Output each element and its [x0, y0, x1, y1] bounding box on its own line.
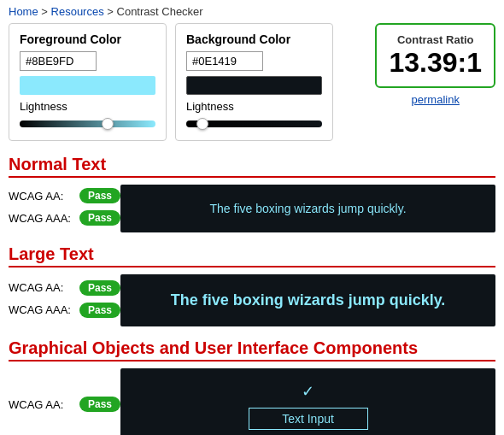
- text-input-preview[interactable]: [249, 408, 368, 430]
- contrast-ratio-box: Contrast Ratio 13.39:1: [375, 23, 495, 88]
- graphical-section: Graphical Objects and User Interface Com…: [9, 338, 495, 435]
- large-text-aa-row: WCAG AA: Pass: [9, 280, 120, 296]
- normal-text-preview: The five boxing wizards jump quickly.: [120, 185, 495, 232]
- normal-text-aa-badge: Pass: [79, 188, 120, 203]
- contrast-ratio-title: Contrast Ratio: [389, 33, 482, 46]
- normal-text-aaa-row: WCAG AAA: Pass: [9, 210, 120, 226]
- color-inputs-row: Foreground Color Lightness Background Co…: [9, 23, 495, 141]
- large-text-aa-badge: Pass: [79, 280, 120, 296]
- breadcrumb: Home > Resources > Contrast Checker: [0, 0, 504, 23]
- large-text-wcag-col: WCAG AA: Pass WCAG AAA: Pass: [9, 274, 120, 326]
- foreground-lightness-label: Lightness: [20, 100, 155, 113]
- background-hex-input[interactable]: [186, 51, 263, 71]
- graphical-preview-box: ✓: [120, 368, 495, 435]
- contrast-ratio-value: 13.39:1: [389, 48, 482, 78]
- permalink-link[interactable]: permalink: [412, 93, 460, 106]
- normal-text-aaa-label: WCAG AAA:: [9, 212, 73, 225]
- large-text-aa-label: WCAG AA:: [9, 281, 73, 294]
- large-text-preview-row: WCAG AA: Pass WCAG AAA: Pass The five bo…: [9, 274, 495, 326]
- large-text-preview-text: The five boxing wizards jump quickly.: [171, 291, 446, 309]
- background-swatch: [186, 76, 322, 95]
- large-text-aaa-label: WCAG AAA:: [9, 303, 73, 316]
- normal-text-aa-label: WCAG AA:: [9, 190, 73, 203]
- background-label: Background Color: [186, 32, 322, 46]
- large-text-section: Large Text WCAG AA: Pass WCAG AAA: Pass …: [9, 244, 495, 326]
- normal-text-preview-row: WCAG AA: Pass WCAG AAA: Pass The five bo…: [9, 185, 495, 232]
- normal-text-aaa-badge: Pass: [79, 210, 120, 226]
- normal-text-wcag-col: WCAG AA: Pass WCAG AAA: Pass: [9, 185, 120, 232]
- graphical-aa-label: WCAG AA:: [9, 398, 73, 411]
- foreground-swatch: [20, 76, 155, 95]
- foreground-lightness-slider[interactable]: [20, 116, 155, 132]
- large-text-header: Large Text: [9, 244, 495, 267]
- contrast-ratio-number: 13.39: [389, 47, 457, 78]
- normal-text-section: Normal Text WCAG AA: Pass WCAG AAA: Pass…: [9, 155, 495, 232]
- breadcrumb-sep2: >: [107, 5, 116, 18]
- graphical-header: Graphical Objects and User Interface Com…: [9, 338, 495, 362]
- large-text-aaa-badge: Pass: [79, 303, 120, 318]
- large-text-aaa-row: WCAG AAA: Pass: [9, 303, 120, 318]
- graphical-aa-row: WCAG AA: Pass: [9, 397, 120, 412]
- large-text-preview: The five boxing wizards jump quickly.: [120, 274, 495, 326]
- background-lightness-label: Lightness: [186, 100, 322, 113]
- normal-text-preview-text: The five boxing wizards jump quickly.: [209, 202, 406, 215]
- breadcrumb-resources-link[interactable]: Resources: [51, 5, 104, 18]
- foreground-color-card: Foreground Color Lightness: [9, 23, 167, 141]
- breadcrumb-current: Contrast Checker: [117, 5, 203, 18]
- background-color-card: Background Color Lightness: [175, 23, 333, 141]
- background-lightness-slider[interactable]: [186, 116, 322, 132]
- breadcrumb-home-link[interactable]: Home: [9, 5, 38, 18]
- normal-text-aa-row: WCAG AA: Pass: [9, 188, 120, 203]
- graphical-aa-badge: Pass: [79, 397, 120, 412]
- normal-text-header: Normal Text: [9, 155, 495, 178]
- graphical-wcag-col: WCAG AA: Pass: [9, 368, 120, 435]
- foreground-hex-input[interactable]: [20, 51, 97, 71]
- main-content: Foreground Color Lightness Background Co…: [0, 23, 504, 435]
- contrast-ratio-suffix: :1: [458, 47, 482, 78]
- graphical-preview-row: WCAG AA: Pass ✓: [9, 368, 495, 435]
- checkmark-icon: ✓: [302, 382, 314, 401]
- breadcrumb-sep1: >: [41, 5, 50, 18]
- foreground-label: Foreground Color: [20, 32, 155, 46]
